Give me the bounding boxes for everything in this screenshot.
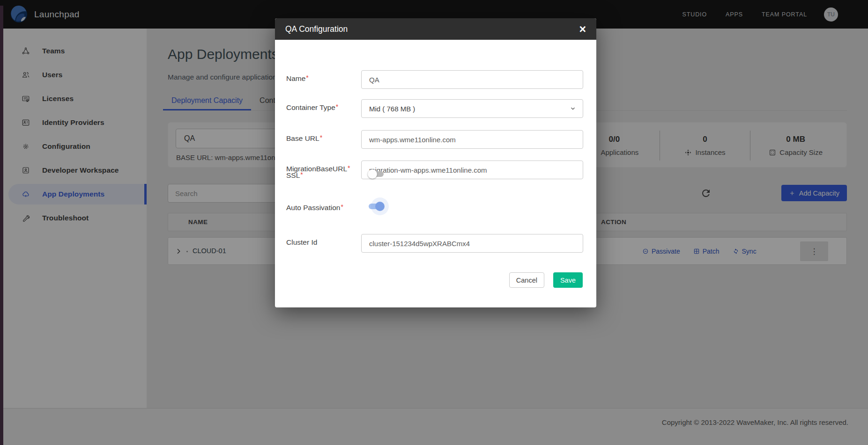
name-field[interactable] <box>361 70 583 89</box>
field-label: Cluster Id <box>286 238 360 247</box>
modal-title: QA Configuration <box>285 24 348 34</box>
field-label: Base URL* <box>286 134 360 143</box>
window-edge <box>0 6 3 445</box>
field-label: Container Type* <box>286 103 360 112</box>
cluster-id-field[interactable] <box>361 234 583 253</box>
required-asterisk: * <box>341 203 343 211</box>
save-button[interactable]: Save <box>553 272 583 288</box>
required-asterisk: * <box>348 164 350 172</box>
field-label: Auto Passivation* <box>286 204 360 212</box>
modal-header: QA Configuration × <box>275 18 596 40</box>
container-type-select[interactable]: Mid ( 768 MB ) <box>361 99 583 118</box>
qa-configuration-modal: QA Configuration × Name* Container Type*… <box>275 18 596 307</box>
required-asterisk: * <box>300 171 303 178</box>
close-icon[interactable]: × <box>579 23 586 35</box>
field-label: Name* <box>286 74 360 83</box>
required-asterisk: * <box>336 103 338 110</box>
modal-buttons: Cancel Save <box>509 272 583 288</box>
required-asterisk: * <box>306 74 308 81</box>
base-url-field[interactable] <box>361 130 583 149</box>
container-type-value: Mid ( 768 MB ) <box>369 105 415 113</box>
chevron-down-icon <box>570 105 576 112</box>
required-asterisk: * <box>320 134 322 141</box>
cancel-button[interactable]: Cancel <box>509 272 544 288</box>
field-label: SSL* <box>286 171 360 180</box>
